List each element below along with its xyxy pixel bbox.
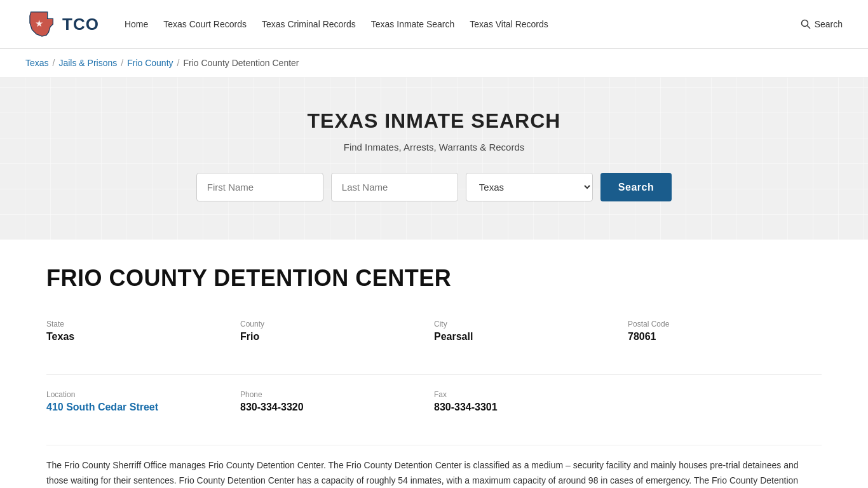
header: TCO Home Texas Court Records Texas Crimi… bbox=[0, 0, 868, 49]
location-label: Location bbox=[46, 390, 240, 399]
postal-value: 78061 bbox=[628, 331, 822, 342]
nav-home[interactable]: Home bbox=[125, 18, 148, 30]
hero-section: TEXAS INMATE SEARCH Find Inmates, Arrest… bbox=[0, 78, 868, 240]
breadcrumb-jails-prisons[interactable]: Jails & Prisons bbox=[58, 58, 117, 68]
county-label: County bbox=[240, 320, 434, 329]
state-detail: State Texas bbox=[46, 315, 240, 355]
details-row-2: Location 410 South Cedar Street Phone 83… bbox=[46, 374, 822, 426]
breadcrumb-current: Frio County Detention Center bbox=[183, 58, 299, 68]
breadcrumb-frio-county[interactable]: Frio County bbox=[127, 58, 173, 68]
search-form: Texas Alabama Alaska Arizona California … bbox=[13, 173, 855, 201]
postal-detail: Postal Code 78061 bbox=[628, 315, 822, 355]
search-label: Search bbox=[815, 19, 843, 29]
city-value: Pearsall bbox=[434, 331, 628, 342]
location-detail: Location 410 South Cedar Street bbox=[46, 385, 240, 426]
svg-line-4 bbox=[807, 26, 810, 29]
facility-description: The Frio County Sherriff Office manages … bbox=[46, 445, 822, 488]
details-row-1: State Texas County Frio City Pearsall Po… bbox=[46, 315, 822, 355]
location-value: 410 South Cedar Street bbox=[46, 402, 240, 413]
breadcrumb-sep1: / bbox=[53, 58, 55, 68]
phone-value: 830-334-3320 bbox=[240, 402, 434, 413]
state-select[interactable]: Texas Alabama Alaska Arizona California … bbox=[466, 173, 593, 201]
nav-vital-records[interactable]: Texas Vital Records bbox=[470, 18, 548, 30]
first-name-input[interactable] bbox=[196, 173, 323, 201]
main-nav: Home Texas Court Records Texas Criminal … bbox=[125, 18, 782, 30]
hero-title: TEXAS INMATE SEARCH bbox=[13, 109, 855, 133]
facility-title: FRIO COUNTY DETENTION CENTER bbox=[46, 265, 822, 292]
fax-label: Fax bbox=[434, 390, 628, 399]
postal-label: Postal Code bbox=[628, 320, 822, 329]
breadcrumb-sep3: / bbox=[177, 58, 180, 68]
breadcrumb-texas[interactable]: Texas bbox=[25, 58, 49, 68]
search-button[interactable]: Search bbox=[600, 173, 672, 201]
logo-link[interactable]: TCO bbox=[25, 8, 99, 41]
empty-detail bbox=[628, 385, 822, 426]
svg-marker-0 bbox=[30, 12, 53, 36]
phone-detail: Phone 830-334-3320 bbox=[240, 385, 434, 426]
county-detail: County Frio bbox=[240, 315, 434, 355]
svg-point-3 bbox=[801, 20, 808, 27]
nav-inmate-search[interactable]: Texas Inmate Search bbox=[371, 18, 455, 30]
breadcrumb: Texas / Jails & Prisons / Frio County / … bbox=[0, 49, 868, 78]
logo-icon bbox=[25, 8, 58, 41]
fax-detail: Fax 830-334-3301 bbox=[434, 385, 628, 426]
hero-subtitle: Find Inmates, Arrests, Warrants & Record… bbox=[13, 142, 855, 152]
fax-value: 830-334-3301 bbox=[434, 402, 628, 413]
phone-label: Phone bbox=[240, 390, 434, 399]
state-label: State bbox=[46, 320, 240, 329]
state-value: Texas bbox=[46, 331, 240, 342]
search-icon bbox=[801, 19, 811, 29]
main-content: FRIO COUNTY DETENTION CENTER State Texas… bbox=[21, 240, 847, 488]
breadcrumb-sep2: / bbox=[121, 58, 123, 68]
nav-court-records[interactable]: Texas Court Records bbox=[163, 18, 247, 30]
nav-criminal-records[interactable]: Texas Criminal Records bbox=[262, 18, 356, 30]
city-detail: City Pearsall bbox=[434, 315, 628, 355]
city-label: City bbox=[434, 320, 628, 329]
last-name-input[interactable] bbox=[331, 173, 458, 201]
county-value: Frio bbox=[240, 331, 434, 342]
search-trigger[interactable]: Search bbox=[801, 19, 843, 29]
logo-text: TCO bbox=[62, 15, 99, 34]
